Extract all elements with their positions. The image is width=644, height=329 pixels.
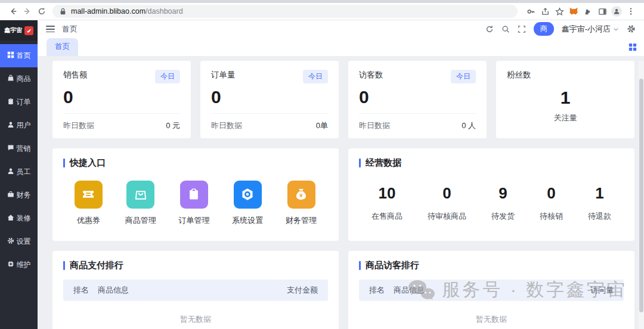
col-rank: 排名 (63, 285, 98, 296)
stat-value: 0 (359, 87, 476, 107)
sidebar: 鑫宇宙 首页 商品 订单 用户 营销 (0, 20, 38, 329)
quick-entry-finance[interactable]: ¥ 财务管理 (286, 181, 317, 226)
stat-value: 0 (211, 87, 328, 107)
system-settings-icon (234, 181, 262, 209)
biz-stat-label: 待核销 (540, 211, 563, 222)
biz-stat-label: 待发货 (491, 211, 515, 222)
share-icon[interactable] (538, 5, 552, 18)
yesterday-label: 昨日数据 (359, 120, 390, 131)
tab-bar: 首页 (38, 38, 644, 56)
brand-logo-text: 鑫宇宙 (5, 26, 23, 35)
home-grid-icon (7, 51, 14, 60)
sidebar-item-label: 用户 (17, 120, 31, 131)
biz-stat-value: 0 (442, 184, 451, 203)
scrollbar-thumb[interactable] (639, 79, 643, 312)
bookmark-star-icon[interactable] (552, 5, 566, 18)
section-accent-bar (63, 261, 65, 270)
sidebar-item-label: 设置 (17, 237, 31, 247)
empty-placeholder: 暂无数据 (359, 301, 624, 329)
breadcrumb: 首页 (62, 24, 78, 35)
shop-type-badge[interactable]: 商 (534, 22, 554, 36)
sidebar-item-maintenance[interactable]: 维护 (0, 253, 38, 277)
section-title: 商品访客排行 (366, 260, 419, 271)
sidebar-item-label: 订单 (17, 97, 31, 107)
clipboard-icon (7, 98, 14, 107)
payment-rank-card: 商品支付排行 排名 商品信息 支付金额 暂无数据 (52, 251, 339, 329)
sidebar-item-decorate[interactable]: 装修 (0, 207, 38, 230)
quick-entry-label: 商品管理 (125, 215, 156, 226)
order-clipboard-icon (180, 181, 208, 209)
sidebar-item-staff[interactable]: 员工 (0, 160, 38, 184)
sidebar-item-orders[interactable]: 订单 (0, 91, 38, 114)
biz-stat-label: 待退款 (588, 211, 611, 222)
browser-back-button[interactable] (6, 5, 20, 18)
yesterday-value: 0 人 (462, 120, 476, 131)
gear-icon (7, 237, 14, 246)
tab-options-grid-icon[interactable] (628, 43, 637, 54)
svg-text:¥: ¥ (299, 192, 303, 198)
money-bag-icon: ¥ (287, 181, 315, 209)
section-accent-bar (359, 261, 361, 270)
yesterday-label: 昨日数据 (63, 120, 94, 131)
staff-user-icon (7, 167, 14, 176)
biz-stat-value: 0 (547, 184, 555, 203)
page-scrollbar[interactable] (639, 61, 644, 329)
tab-home[interactable]: 首页 (47, 38, 78, 56)
metamask-extension-icon[interactable] (566, 5, 581, 18)
stat-value: 0 (63, 87, 180, 107)
quick-entry-goods[interactable]: 商品管理 (125, 181, 156, 226)
password-key-icon[interactable] (524, 5, 538, 18)
house-icon (7, 214, 14, 223)
section-accent-bar (63, 159, 65, 167)
quick-entry-settings[interactable]: 系统设置 (232, 181, 263, 226)
side-panel-icon[interactable] (595, 5, 609, 18)
user-icon (7, 121, 14, 130)
quick-entry-label: 系统设置 (232, 215, 263, 226)
sidebar-item-label: 财务 (17, 190, 31, 200)
url-bar[interactable]: mall-admin.blibao.com/dashboard (52, 5, 518, 18)
extensions-puzzle-icon[interactable] (581, 5, 595, 18)
sidebar-item-home[interactable]: 首页 (0, 44, 38, 67)
quick-entry-coupon[interactable]: 优惠券 (75, 181, 103, 226)
yesterday-value: 0单 (316, 120, 328, 131)
biz-stat-label: 待审核商品 (428, 211, 466, 222)
browser-forward-button[interactable] (20, 5, 35, 18)
sidebar-item-label: 营销 (17, 144, 31, 154)
biz-stat-onsale[interactable]: 10 在售商品 (371, 184, 402, 222)
browser-menu-icon[interactable] (624, 5, 638, 18)
table-header: 排名 商品信息 访问量 (359, 280, 624, 301)
sidebar-item-finance[interactable]: 财务 (0, 184, 38, 207)
fullscreen-icon[interactable] (518, 25, 526, 33)
search-icon[interactable] (501, 25, 510, 33)
biz-stat-to-ship[interactable]: 9 待发货 (491, 184, 515, 222)
biz-stat-to-verify[interactable]: 0 待核销 (540, 184, 563, 222)
browser-toolbar: mall-admin.blibao.com/dashboard (0, 3, 644, 20)
sidebar-item-label: 员工 (17, 167, 31, 177)
quick-entry-orders[interactable]: 订单管理 (178, 181, 209, 226)
today-badge: 今日 (303, 70, 328, 83)
fans-sub-label: 关注量 (554, 113, 577, 123)
header-gear-icon[interactable] (627, 24, 636, 33)
quick-entry-label: 优惠券 (77, 215, 100, 226)
shop-switcher[interactable]: 鑫宇宙-小河店 (562, 24, 619, 35)
sidebar-item-marketing[interactable]: 营销 (0, 137, 38, 160)
dashboard-content: 销售额 今日 0 昨日数据 0 元 订单量 今日 0 (38, 56, 644, 329)
biz-stat-pending-review[interactable]: 0 待审核商品 (428, 184, 466, 222)
biz-stat-refunds[interactable]: 1 待退款 (588, 184, 611, 222)
yesterday-label: 昨日数据 (211, 120, 242, 131)
col-info: 商品信息 (98, 285, 287, 296)
business-data-card: 经营数据 10 在售商品 0 待审核商品 9 待发货 (348, 148, 634, 241)
chat-bubble-icon (7, 144, 14, 153)
stat-title: 粉丝数 (507, 70, 531, 80)
refresh-icon[interactable] (485, 25, 494, 33)
browser-refresh-button[interactable] (35, 5, 49, 18)
browser-profile-avatar[interactable] (609, 5, 624, 18)
stat-value: 1 (561, 88, 571, 108)
collapse-menu-icon[interactable] (46, 26, 55, 32)
quick-entry-card: 快捷入口 优惠券 商品管理 (52, 148, 339, 241)
sidebar-item-users[interactable]: 用户 (0, 114, 38, 137)
sidebar-item-settings[interactable]: 设置 (0, 230, 38, 253)
brand-logo[interactable]: 鑫宇宙 (0, 20, 38, 41)
sidebar-item-goods[interactable]: 商品 (0, 67, 38, 91)
empty-placeholder: 暂无数据 (63, 301, 328, 329)
